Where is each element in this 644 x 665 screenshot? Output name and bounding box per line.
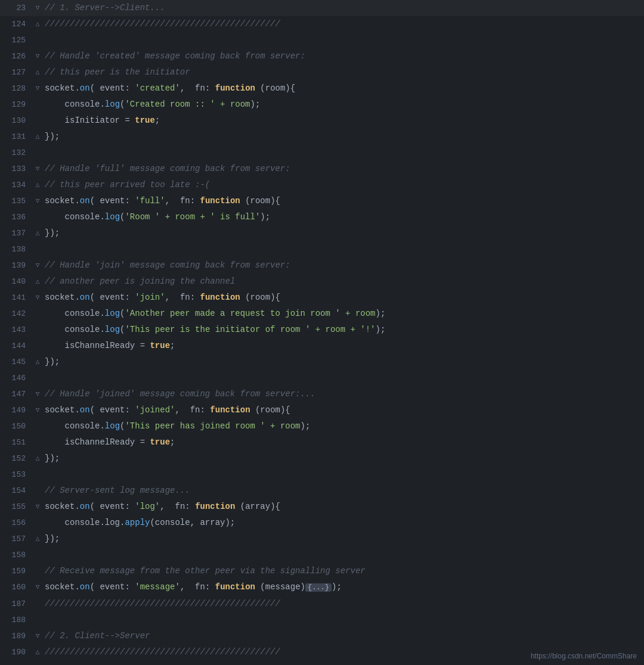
line-number: 133 [0,161,33,177]
fold-arrow[interactable]: △ [33,129,42,145]
fold-arrow[interactable]: ▽ [33,386,42,402]
line-number: 189 [0,628,33,644]
code-line: 158 [0,547,644,563]
code-content: // 1. Server-->Client... [42,0,644,16]
code-line: 135▽socket.on( event: 'full', fn: functi… [0,193,644,209]
line-number: 143 [0,322,33,338]
code-line: 188 [0,612,644,628]
line-number: 125 [0,32,33,48]
code-line: 124△////////////////////////////////////… [0,16,644,32]
line-number: 158 [0,547,33,563]
code-content: isChannelReady = true; [42,338,644,354]
line-number: 149 [0,402,33,418]
line-number: 145 [0,354,33,370]
line-number: 159 [0,563,33,579]
fold-arrow[interactable]: ▽ [33,579,42,595]
code-line: 151 isChannelReady = true; [0,434,644,450]
line-number: 23 [0,0,33,16]
code-line: 137△}); [0,225,644,241]
code-content: console.log('Room ' + room + ' is full')… [42,209,644,225]
fold-arrow[interactable]: ▽ [33,48,42,64]
line-number: 160 [0,579,33,595]
fold-arrow[interactable]: ▽ [33,257,42,274]
code-content: // Handle 'created' message coming back … [42,48,644,64]
code-line: 187/////////////////////////////////////… [0,596,644,612]
line-number: 132 [0,145,33,161]
code-content: console.log('Another peer made a request… [42,306,644,322]
code-line: 127△// this peer is the initiator [0,64,644,80]
code-line: 126▽// Handle 'created' message coming b… [0,48,644,64]
fold-arrow[interactable]: △ [33,531,42,547]
line-number: 141 [0,290,33,306]
line-number: 150 [0,418,33,434]
code-line: 144 isChannelReady = true; [0,338,644,354]
code-line: 189▽// 2. Client-->Server [0,628,644,644]
code-line: 142 console.log('Another peer made a req… [0,306,644,322]
fold-arrow[interactable]: ▽ [33,193,42,209]
code-line: 129 console.log('Created room :: ' + roo… [0,97,644,113]
code-line: 125 [0,32,644,48]
code-line: 149▽socket.on( event: 'joined', fn: func… [0,402,644,418]
line-number: 187 [0,596,33,612]
fold-arrow[interactable]: ▽ [33,402,42,418]
code-line: 147▽// Handle 'joined' message coming ba… [0,386,644,402]
line-number: 151 [0,434,33,450]
line-number: 126 [0,48,33,64]
code-content: }); [42,129,644,145]
fold-arrow[interactable]: ▽ [33,80,42,97]
code-line: 139▽// Handle 'join' message coming back… [0,257,644,274]
code-content: console.log('Created room :: ' + room); [42,97,644,113]
code-content: console.log('This peer has joined room '… [42,418,644,434]
code-line: 145△}); [0,354,644,370]
fold-arrow[interactable]: ▽ [33,290,42,306]
line-number: 152 [0,450,33,467]
fold-arrow[interactable]: △ [33,16,42,32]
code-line: 140△// another peer is joining the chann… [0,274,644,290]
code-content: // another peer is joining the channel [42,274,644,290]
code-line: 133▽// Handle 'full' message coming back… [0,161,644,177]
code-content: // Server-sent log message... [42,483,644,499]
code-line: 138 [0,241,644,257]
line-number: 190 [0,644,33,660]
line-number: 128 [0,80,33,97]
code-content: ////////////////////////////////////////… [42,16,644,32]
code-content: // Handle 'full' message coming back fro… [42,161,644,177]
code-line: 153 [0,467,644,483]
code-line: 128▽socket.on( event: 'created', fn: fun… [0,80,644,97]
code-content: console.log.apply(console, array); [42,515,644,531]
fold-arrow[interactable]: △ [33,274,42,290]
fold-arrow[interactable]: △ [33,450,42,467]
fold-arrow[interactable]: ▽ [33,499,42,515]
fold-arrow[interactable]: △ [33,177,42,193]
code-content: // Handle 'joined' message coming back f… [42,386,644,402]
fold-arrow[interactable]: △ [33,64,42,80]
code-line: 155▽socket.on( event: 'log', fn: functio… [0,499,644,515]
line-number: 135 [0,193,33,209]
code-line: 141▽socket.on( event: 'join', fn: functi… [0,290,644,306]
code-line: 146 [0,370,644,386]
fold-arrow[interactable]: ▽ [33,628,42,644]
line-number: 131 [0,129,33,145]
watermark: https://blog.csdn.net/CommShare [531,652,637,660]
code-editor: 23▽// 1. Server-->Client...124△/////////… [0,0,644,660]
code-line: 159// Receive message from the other pee… [0,563,644,579]
code-content: }); [42,531,644,547]
code-content: ////////////////////////////////////////… [42,596,644,612]
code-content: socket.on( event: 'log', fn: function (a… [42,499,644,515]
code-content: socket.on( event: 'message', fn: functio… [42,579,644,596]
fold-arrow[interactable]: ▽ [33,0,42,16]
code-line: 143 console.log('This peer is the initia… [0,322,644,338]
line-number: 188 [0,612,33,628]
code-content: socket.on( event: 'full', fn: function (… [42,193,644,209]
code-line: 136 console.log('Room ' + room + ' is fu… [0,209,644,225]
code-content: }); [42,450,644,467]
code-line: 156 console.log.apply(console, array); [0,515,644,531]
fold-arrow[interactable]: ▽ [33,161,42,177]
fold-arrow[interactable]: △ [33,354,42,370]
code-content: // this peer arrived too late :-( [42,177,644,193]
fold-arrow[interactable]: △ [33,644,42,660]
fold-arrow[interactable]: △ [33,225,42,241]
code-content: }); [42,225,644,241]
line-number: 129 [0,97,33,113]
code-line: 131△}); [0,129,644,145]
